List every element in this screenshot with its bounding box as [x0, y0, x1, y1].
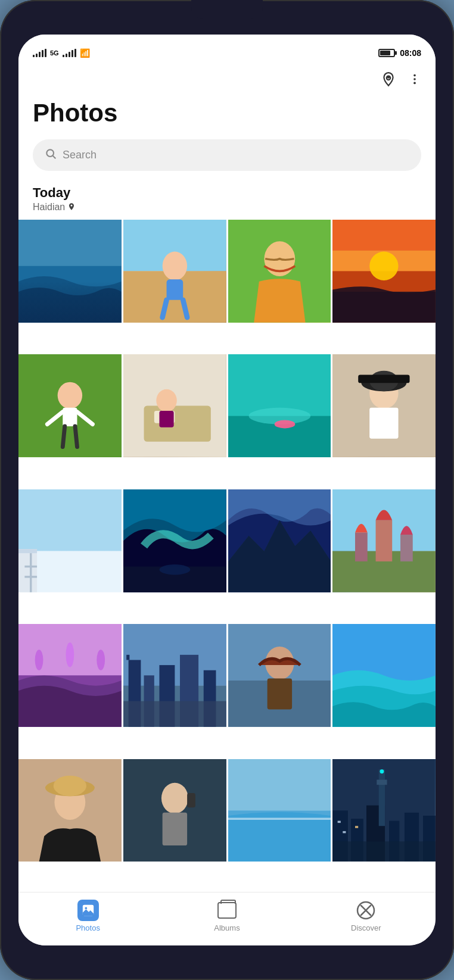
svg-point-21 [369, 252, 398, 280]
photo-cell[interactable] [228, 220, 331, 323]
search-placeholder-text: Search [63, 149, 97, 161]
svg-point-63 [66, 642, 74, 667]
svg-point-11 [162, 252, 186, 280]
nav-item-photos[interactable]: Photos [18, 900, 157, 932]
svg-point-53 [159, 564, 190, 575]
svg-rect-103 [332, 841, 436, 862]
svg-point-23 [58, 382, 82, 409]
svg-rect-47 [18, 549, 37, 553]
photo-cell[interactable] [228, 489, 331, 592]
svg-point-37 [274, 420, 295, 429]
photo-cell[interactable] [18, 759, 122, 862]
svg-rect-85 [162, 812, 186, 845]
date-section: Today Haidian [18, 185, 436, 220]
svg-line-6 [53, 156, 56, 159]
battery-icon [378, 49, 395, 57]
svg-rect-46 [18, 549, 37, 592]
photo-cell[interactable] [332, 759, 436, 862]
svg-rect-30 [144, 406, 210, 442]
svg-rect-87 [228, 759, 331, 810]
svg-rect-44 [18, 489, 122, 551]
svg-rect-68 [126, 655, 129, 660]
svg-point-102 [380, 769, 384, 773]
location-label: Haidian [33, 202, 421, 213]
status-right: 08:08 [378, 48, 421, 58]
location-icon[interactable] [381, 71, 396, 90]
photos-nav-label: Photos [76, 923, 99, 932]
app-header: Photos [18, 65, 436, 139]
photo-cell[interactable] [18, 354, 122, 457]
phone-frame: 5G 📶 08:08 [0, 0, 454, 980]
phone-notch [191, 0, 263, 19]
discover-nav-label: Discover [351, 923, 381, 932]
svg-rect-33 [159, 411, 173, 427]
status-left: 5G 📶 [33, 48, 90, 58]
albums-nav-icon [216, 900, 238, 921]
svg-rect-59 [400, 535, 413, 561]
svg-rect-99 [338, 820, 341, 822]
photo-cell[interactable] [123, 354, 226, 457]
photo-cell[interactable] [228, 759, 331, 862]
status-bar: 5G 📶 08:08 [18, 35, 436, 65]
photo-cell[interactable] [123, 220, 226, 323]
photo-cell[interactable] [123, 489, 226, 592]
photo-grid [18, 220, 436, 892]
phone-screen: 5G 📶 08:08 [18, 35, 436, 945]
more-menu-icon[interactable] [408, 73, 421, 89]
signal-bars-2 [63, 49, 76, 57]
date-label: Today [33, 185, 421, 201]
nav-item-discover[interactable]: Discover [297, 900, 436, 932]
svg-rect-24 [63, 408, 77, 426]
photos-nav-icon [77, 900, 99, 921]
search-icon [45, 148, 57, 163]
photo-cell[interactable] [332, 220, 436, 323]
clock: 08:08 [400, 48, 421, 58]
svg-rect-101 [355, 826, 358, 828]
svg-point-105 [85, 907, 87, 910]
svg-line-27 [63, 426, 64, 447]
app-content: Photos Search Today Haidian [18, 65, 436, 892]
svg-point-4 [413, 82, 416, 85]
bottom-nav: Photos Albums Discover [18, 892, 436, 945]
svg-rect-42 [369, 408, 398, 439]
signal-bars-1 [33, 49, 46, 57]
photo-cell[interactable] [228, 624, 331, 727]
photo-cell[interactable] [228, 354, 331, 457]
photo-cell[interactable] [123, 624, 226, 727]
svg-rect-98 [377, 779, 387, 785]
page-title: Photos [33, 94, 421, 139]
photo-cell[interactable] [332, 489, 436, 592]
network-type: 5G [50, 49, 59, 57]
photo-cell[interactable] [123, 759, 226, 862]
search-bar[interactable]: Search [33, 139, 421, 171]
svg-rect-73 [123, 701, 226, 727]
svg-rect-8 [18, 220, 122, 266]
svg-point-82 [54, 775, 86, 796]
svg-rect-97 [379, 769, 385, 826]
albums-nav-label: Albums [214, 923, 240, 932]
svg-point-84 [161, 782, 188, 813]
svg-point-1 [387, 76, 390, 79]
svg-point-2 [413, 74, 416, 77]
photo-cell[interactable] [18, 220, 122, 323]
nav-item-albums[interactable]: Albums [157, 900, 296, 932]
photo-cell[interactable] [332, 354, 436, 457]
discover-nav-icon [355, 900, 377, 921]
svg-rect-100 [343, 831, 346, 833]
svg-rect-77 [267, 679, 291, 710]
svg-rect-57 [376, 520, 393, 561]
wifi-icon: 📶 [80, 48, 90, 58]
svg-point-32 [156, 389, 177, 412]
svg-rect-19 [332, 220, 436, 251]
svg-point-3 [413, 78, 416, 80]
svg-point-5 [46, 149, 54, 157]
photo-cell[interactable] [18, 624, 122, 727]
location-pin-icon [67, 202, 76, 213]
svg-rect-86 [187, 793, 195, 807]
svg-rect-12 [166, 279, 183, 300]
photo-cell[interactable] [332, 624, 436, 727]
svg-point-64 [97, 650, 105, 670]
photo-cell[interactable] [18, 489, 122, 592]
svg-point-62 [35, 650, 43, 670]
svg-rect-58 [355, 532, 368, 561]
